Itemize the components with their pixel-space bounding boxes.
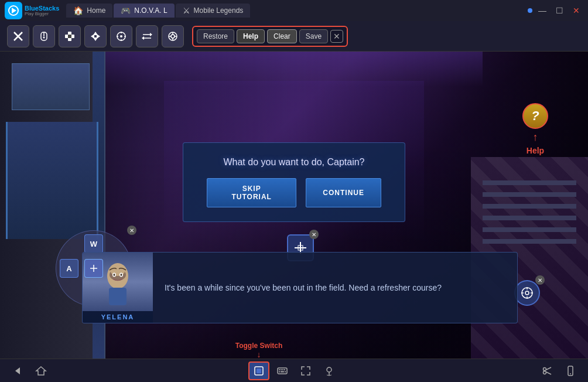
crosshair-close[interactable]: ✕ (309, 230, 319, 239)
scissors-button[interactable] (536, 361, 558, 380)
clear-button[interactable]: Clear (267, 29, 297, 43)
character-name: YELENA (83, 311, 153, 323)
svg-marker-12 (91, 34, 94, 39)
continue-button[interactable]: CONTINUE (306, 178, 381, 207)
game-dialog: What do you want to do, Captain? SKIP TU… (183, 142, 405, 222)
dialog-question: What do you want to do, Captain? (207, 157, 381, 168)
phone-button[interactable] (560, 361, 581, 380)
toggle-switch-label: Toggle Switch (235, 342, 282, 350)
svg-rect-56 (282, 369, 283, 370)
minimize-button[interactable]: — (535, 5, 550, 16)
close-button[interactable]: ✕ (569, 5, 583, 16)
svg-marker-1 (12, 8, 16, 13)
help-button[interactable]: Help (237, 29, 265, 43)
svg-rect-53 (278, 368, 287, 374)
home-button[interactable] (30, 361, 52, 380)
title-tabs: 🏠 Home 🎮 N.O.V.A. L ⚔ Mobile Legends (66, 4, 523, 18)
a-key[interactable]: A (60, 259, 78, 278)
nav-indicator (528, 8, 532, 13)
tab-nova[interactable]: 🎮 N.O.V.A. L (114, 4, 174, 18)
tool-movement-button[interactable] (84, 25, 107, 47)
svg-line-65 (546, 371, 551, 374)
maximize-button[interactable]: ☐ (552, 5, 567, 16)
location-button[interactable] (319, 361, 340, 380)
svg-rect-9 (68, 35, 71, 38)
tab-home[interactable]: 🏠 Home (66, 4, 112, 18)
svg-marker-50 (36, 367, 46, 375)
tool-swap-button[interactable] (136, 25, 158, 47)
svg-point-47 (114, 274, 115, 276)
svg-rect-55 (281, 369, 282, 370)
aim-close[interactable]: ✕ (535, 275, 545, 285)
aim-control: ✕ (514, 280, 540, 306)
action-close-button[interactable]: ✕ (330, 30, 343, 43)
svg-marker-23 (142, 36, 144, 40)
game-area: What do you want to do, Captain? SKIP TU… (0, 52, 588, 359)
logo-text: BlueStacks Play Bigger (25, 5, 59, 17)
character-dialogue: It's been a while since you've been out … (153, 253, 517, 323)
svg-rect-58 (279, 371, 280, 372)
svg-rect-52 (257, 369, 261, 373)
bottom-center-controls: Toggle Switch ↓ (54, 361, 534, 380)
app-name: BlueStacks (25, 5, 59, 12)
svg-rect-59 (281, 371, 284, 372)
expand-button[interactable] (295, 361, 316, 380)
toolbar: Restore Help Clear Save ✕ (0, 21, 588, 52)
svg-rect-57 (284, 369, 285, 370)
tool-shield-button[interactable] (162, 25, 184, 47)
svg-point-36 (525, 291, 529, 295)
svg-point-62 (543, 367, 546, 370)
toggle-switch-button[interactable]: Toggle Switch ↓ (248, 361, 269, 380)
dialog-buttons: SKIP TUTORIAL CONTINUE (207, 178, 381, 207)
svg-marker-13 (97, 34, 100, 39)
svg-line-64 (546, 367, 551, 370)
tool-dpad-button[interactable] (59, 25, 81, 47)
help-label: Help (527, 146, 544, 155)
tool-cross-button[interactable] (7, 25, 29, 47)
action-group: Restore Help Clear Save ✕ (192, 26, 348, 47)
svg-point-15 (120, 35, 122, 37)
help-circle-icon[interactable]: ? (522, 103, 548, 129)
character-dialog: YELENA It's been a while since you've be… (82, 252, 518, 323)
app-tagline: Play Bigger (25, 12, 59, 17)
w-key[interactable]: W (84, 234, 103, 253)
bottom-right-controls (536, 361, 581, 380)
tool-mouse-button[interactable] (33, 25, 55, 47)
move-control-close[interactable]: ✕ (127, 226, 136, 235)
bottom-bar: Toggle Switch ↓ (0, 359, 588, 382)
svg-rect-60 (285, 371, 286, 372)
logo-icon (5, 2, 22, 19)
svg-marker-21 (150, 33, 152, 36)
svg-point-6 (43, 36, 45, 38)
svg-marker-49 (15, 367, 20, 374)
save-button[interactable]: Save (299, 29, 328, 43)
aim-circle[interactable] (514, 280, 540, 306)
skip-tutorial-button[interactable]: SKIP TUTORIAL (207, 178, 296, 207)
bluestacks-logo: BlueStacks Play Bigger (5, 2, 59, 19)
svg-rect-44 (109, 288, 127, 305)
tab-mobile-legends[interactable]: ⚔ Mobile Legends (176, 4, 251, 18)
help-arrow-icon: ↑ (533, 131, 538, 144)
svg-rect-54 (279, 369, 280, 370)
back-button[interactable] (7, 361, 28, 380)
toggle-arrow-icon: ↓ (257, 350, 261, 359)
keyboard-button[interactable] (272, 361, 293, 380)
svg-point-25 (171, 35, 175, 38)
title-bar: BlueStacks Play Bigger 🏠 Home 🎮 N.O.V.A.… (0, 0, 588, 21)
help-overlay[interactable]: ? ↑ Help (522, 103, 548, 155)
svg-point-48 (121, 274, 122, 276)
svg-point-63 (543, 371, 546, 374)
svg-point-61 (327, 367, 331, 372)
center-key (84, 259, 103, 278)
restore-button[interactable]: Restore (197, 29, 234, 43)
tool-aim-button[interactable] (110, 25, 132, 47)
